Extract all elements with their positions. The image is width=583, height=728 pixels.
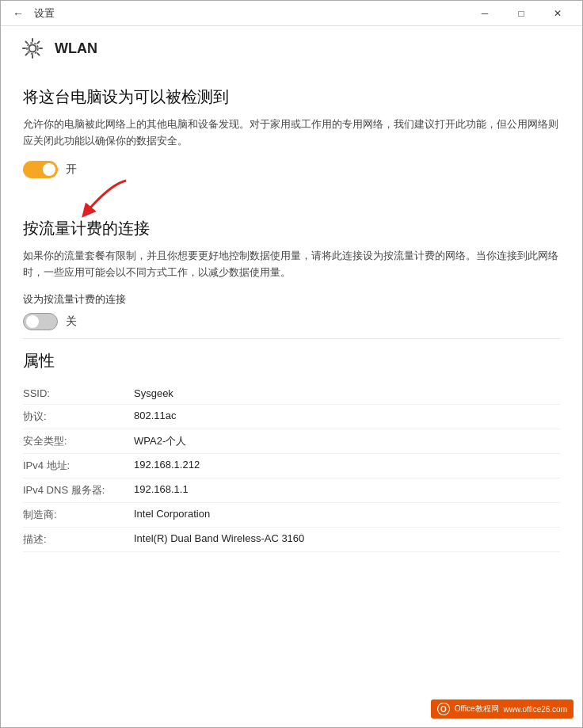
minimize-button[interactable]: ─ bbox=[467, 1, 503, 26]
prop-label: IPv4 地址: bbox=[23, 459, 134, 473]
properties-title: 属性 bbox=[23, 350, 560, 372]
prop-value: Sysgeek bbox=[134, 387, 560, 399]
content-area[interactable]: 将这台电脑设为可以被检测到 允许你的电脑被此网络上的其他电脑和设备发现。对于家用… bbox=[1, 67, 582, 727]
prop-value: 192.168.1.212 bbox=[134, 459, 560, 471]
section1-title: 将这台电脑设为可以被检测到 bbox=[23, 86, 560, 108]
prop-label: 安全类型: bbox=[23, 434, 134, 448]
titlebar-title: 设置 bbox=[34, 6, 467, 21]
section2-title: 按流量计费的连接 bbox=[23, 218, 560, 239]
window-controls: ─ □ ✕ bbox=[467, 1, 576, 26]
prop-row: 描述:Intel(R) Dual Band Wireless-AC 3160 bbox=[23, 528, 560, 552]
discoverable-toggle[interactable] bbox=[23, 161, 58, 178]
red-arrow-annotation bbox=[70, 177, 142, 224]
prop-row: 协议:802.11ac bbox=[23, 405, 560, 429]
metered-toggle-row: 关 bbox=[23, 313, 560, 330]
maximize-button[interactable]: □ bbox=[503, 1, 539, 26]
prop-row: 安全类型:WPA2-个人 bbox=[23, 429, 560, 454]
close-button[interactable]: ✕ bbox=[539, 1, 576, 26]
metered-toggle-label: 关 bbox=[66, 314, 77, 329]
prop-value: Intel Corporation bbox=[134, 508, 560, 520]
back-button[interactable]: ← bbox=[7, 2, 29, 25]
prop-row: 制造商:Intel Corporation bbox=[23, 503, 560, 528]
metered-connection-label: 设为按流量计费的连接 bbox=[23, 292, 560, 307]
main-window: ← 设置 ─ □ ✕ WLAN 将这台电脑设为可以被检测到 允许你的电脑被此网络… bbox=[0, 0, 583, 728]
prop-value: Intel(R) Dual Band Wireless-AC 3160 bbox=[134, 532, 560, 544]
prop-value: 802.11ac bbox=[134, 410, 560, 421]
metered-toggle[interactable] bbox=[23, 313, 58, 330]
prop-row: IPv4 地址:192.168.1.212 bbox=[23, 454, 560, 478]
discoverable-toggle-label: 开 bbox=[66, 162, 77, 177]
page-header: WLAN bbox=[1, 26, 582, 67]
svg-text:O: O bbox=[440, 705, 447, 714]
prop-label: 协议: bbox=[23, 410, 134, 424]
discoverable-toggle-row: 开 bbox=[23, 161, 560, 178]
wlan-icon bbox=[20, 36, 45, 61]
properties-table: SSID:Sysgeek协议:802.11ac安全类型:WPA2-个人IPv4 … bbox=[23, 383, 560, 552]
prop-label: IPv4 DNS 服务器: bbox=[23, 483, 134, 497]
section-divider bbox=[23, 338, 560, 339]
titlebar: ← 设置 ─ □ ✕ bbox=[1, 1, 582, 26]
watermark-subtext: www.office26.com bbox=[504, 705, 567, 714]
watermark: O Office教程网 www.office26.com bbox=[431, 699, 573, 718]
prop-value: 192.168.1.1 bbox=[134, 483, 560, 495]
prop-label: 描述: bbox=[23, 532, 134, 547]
prop-label: SSID: bbox=[23, 387, 134, 399]
prop-label: 制造商: bbox=[23, 508, 134, 522]
prop-row: SSID:Sysgeek bbox=[23, 383, 560, 405]
section2-desc: 如果你的流量套餐有限制，并且你想要更好地控制数据使用量，请将此连接设为按流量计费… bbox=[23, 247, 560, 281]
prop-value: WPA2-个人 bbox=[134, 434, 560, 448]
watermark-icon: O bbox=[437, 703, 450, 715]
prop-row: IPv4 DNS 服务器:192.168.1.1 bbox=[23, 478, 560, 503]
watermark-text: Office教程网 bbox=[455, 703, 499, 715]
svg-point-0 bbox=[29, 45, 36, 52]
section1-desc: 允许你的电脑被此网络上的其他电脑和设备发现。对于家用或工作用的专用网络，我们建议… bbox=[23, 116, 560, 150]
page-title: WLAN bbox=[55, 40, 97, 57]
